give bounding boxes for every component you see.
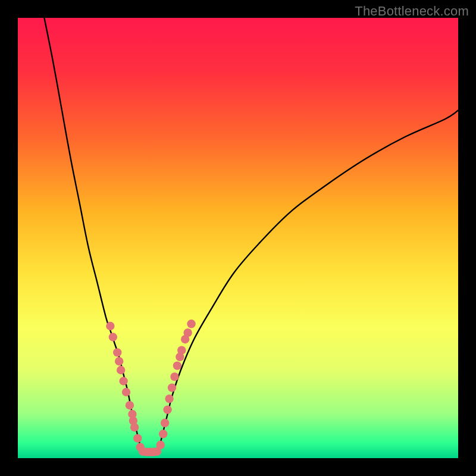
dot-right-dots (170, 372, 178, 381)
dot-left-dots (117, 366, 125, 374)
dot-right-dots (177, 346, 186, 355)
chart-svg (18, 18, 458, 458)
dot-right-dots (163, 405, 171, 414)
dot-floor-dots (153, 447, 161, 456)
dot-right-dots (173, 361, 181, 369)
dot-right-dots (168, 383, 176, 392)
dot-right-dots (161, 419, 169, 427)
gradient-background (18, 18, 458, 458)
dot-left-dots (119, 377, 127, 385)
dot-left-dots (122, 388, 130, 396)
dot-left-dots (126, 401, 134, 409)
dot-right-dots (165, 394, 173, 403)
dot-right-dots (159, 430, 167, 438)
dot-right-dots (187, 320, 195, 328)
dot-left-dots (109, 333, 117, 341)
dot-left-dots (130, 423, 139, 431)
dot-left-dots (106, 322, 114, 330)
dot-left-dots (133, 434, 142, 443)
dot-left-dots (115, 357, 123, 365)
dot-right-dots (183, 328, 192, 337)
plot-area (18, 18, 458, 458)
watermark-label: TheBottleneck.com (355, 4, 469, 19)
chart-canvas: TheBottleneck.com (0, 0, 476, 476)
dot-left-dots (113, 348, 121, 356)
